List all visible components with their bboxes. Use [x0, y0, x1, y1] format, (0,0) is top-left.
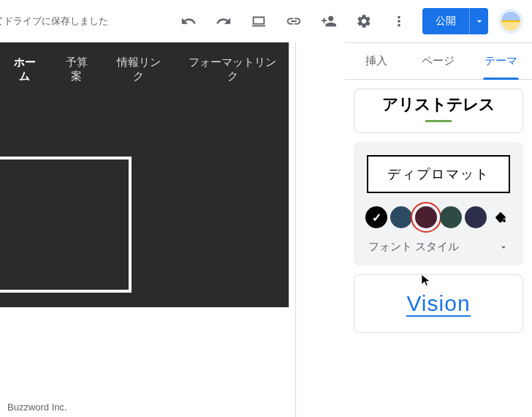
tab-insert[interactable]: 挿入 [345, 43, 407, 79]
theme-name: アリストテレス [354, 94, 522, 116]
undo-button[interactable] [171, 4, 206, 39]
theme-diplomat[interactable]: ディプロマット [367, 155, 510, 193]
canvas-area: ホーム 予算案 情報リンク フォーマットリンク Buzzword Inc. [0, 42, 295, 417]
nav-budget[interactable]: 予算案 [61, 56, 92, 83]
nav-info[interactable]: 情報リンク [113, 56, 165, 83]
more-button[interactable] [381, 4, 417, 39]
color-swatch-2[interactable] [415, 206, 437, 228]
color-swatch-0[interactable] [365, 206, 387, 228]
preview-button[interactable] [241, 4, 276, 39]
publish-dropdown[interactable] [469, 8, 488, 34]
save-status: てドライブに保存しました [0, 15, 108, 28]
tab-themes[interactable]: テーマ [470, 43, 532, 79]
theme-name: ディプロマット [380, 165, 497, 183]
nav-home[interactable]: ホーム [9, 56, 40, 83]
redo-button[interactable] [206, 4, 241, 39]
publish-button[interactable]: 公開 [422, 8, 469, 34]
color-swatch-4[interactable] [465, 206, 487, 228]
site-page[interactable]: ホーム 予算案 情報リンク フォーマットリンク [0, 42, 289, 307]
link-button[interactable] [276, 4, 311, 39]
theme-name: Vision [406, 291, 470, 317]
share-button[interactable] [311, 4, 346, 39]
hero-box[interactable] [0, 157, 132, 293]
footer-text: Buzzword Inc. [7, 402, 67, 413]
color-swatch-3[interactable] [440, 206, 462, 228]
nav-format[interactable]: フォーマットリンク [186, 56, 280, 83]
avatar[interactable] [498, 9, 523, 34]
settings-button[interactable] [346, 4, 381, 39]
theme-diplomat-card: ディプロマット フォント スタイル [354, 142, 523, 266]
custom-color-button[interactable] [490, 206, 512, 228]
theme-vision[interactable]: Vision [354, 274, 523, 333]
font-style-label: フォント スタイル [368, 240, 459, 254]
color-swatch-1[interactable] [390, 206, 412, 228]
font-style-dropdown[interactable]: フォント スタイル [362, 236, 514, 258]
theme-aristoteles[interactable]: アリストテレス [354, 89, 523, 133]
tab-pages[interactable]: ページ [407, 43, 469, 79]
